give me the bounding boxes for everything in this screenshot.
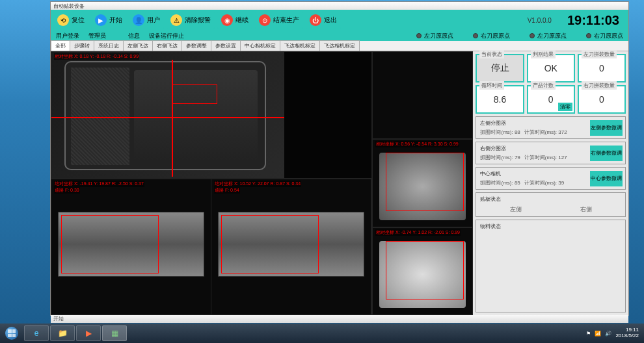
taskbar-explorer[interactable]: 📁 [50,325,75,341]
right-count-box: 右刀拼装数量0 [578,85,626,114]
current-status-box: 当前状态停止 [476,54,524,83]
play-icon: ▶ [95,14,107,26]
left-adjust-button[interactable]: 左侧参数微调 [590,120,623,136]
tab-syslog[interactable]: 系统日志 [94,40,124,51]
windows-logo-icon [5,327,18,340]
user-button[interactable]: 👤用户 [129,12,164,29]
start-button[interactable]: ▶开始 [91,12,126,29]
exit-icon: ⏻ [310,14,321,26]
knife-status-panel: 贴板状态 左侧右侧 [476,192,626,217]
mid-center-camera[interactable]: 相对坐标 X: 0.56 Y: -0.54 R: 3.30 S: 0.99 [372,139,474,227]
taskbar-app[interactable]: ▦ [102,325,127,341]
mid-camera-pane: 相对坐标 X: 0.56 Y: -0.54 R: 3.30 S: 0.99 相对… [372,51,474,315]
tab-center-cam[interactable]: 中心相机标定 [240,40,280,51]
clear-count-button[interactable]: 清零 [558,103,572,111]
tray-volume-icon: 🔊 [605,331,611,337]
top-coord-text: 相对坐标 X: 0.18 Y: -0.18 R: -0.14 S: 0.99 [54,53,139,60]
left-motor-origin: 左刀原原点 [530,32,567,40]
main-camera-view[interactable]: 相对坐标 X: 0.18 Y: -0.18 R: -0.14 S: 0.99 [51,51,372,179]
tab-left-feeder[interactable]: 左侧飞达 [123,40,153,51]
clock: 19:11:03 [567,13,619,28]
bottom-left-camera[interactable]: 绝对坐标 X: -19.41 Y: 19.87 R: -2.50 S: 0.37… [51,179,211,314]
main-window: 自动贴装设备 ⟲复位 ▶开始 👤用户 ⚠清除报警 ◉继续 ⊙结束生产 ⏻退出 V… [50,1,629,316]
system-tray[interactable]: ⚑ 📶 🔊 19:112018/5/22 [586,327,644,339]
product-count-box: 产品计数0清零 [527,85,575,114]
left-dispenser-panel: 左侧分图器 抓图时间(ms): 88计算时间(ms): 372 左侧参数微调 [476,116,626,139]
left-camera-pane: 相对坐标 X: 0.18 Y: -0.18 R: -0.14 S: 0.99 绝… [51,51,372,315]
status-dot-icon [586,33,591,38]
exit-button[interactable]: ⏻退出 [306,12,341,29]
bottom-right-camera[interactable]: 绝对坐标 X: 10.52 Y: 22.07 R: 0.87 S: 0.34 通… [211,179,371,314]
tab-feeder-cam[interactable]: 飞达相机标定 [280,40,320,51]
stop-icon: ⊙ [259,14,271,26]
status-pane: 当前状态停止 判别结果OK 左刀拼装数量0 循环时间8.6 产品计数0清零 右刀… [473,51,628,315]
right-drive-origin: 右刀原原点 [473,32,510,40]
manage-link[interactable]: 管理员 [88,32,106,40]
info-label: 信息 [128,32,140,40]
end-production-button[interactable]: ⊙结束生产 [255,12,303,29]
version-label: V1.0.0.0 [528,17,552,24]
tab-feeder-cam2[interactable]: 飞达相机标定 [319,40,360,51]
tray-clock[interactable]: 19:112018/5/22 [615,327,639,339]
window-status-bar: 开始 [51,315,628,323]
mid1-coord: 相对坐标 X: 0.56 Y: -0.54 R: 3.30 S: 0.99 [375,141,459,147]
cycle-time-box: 循环时间8.6 [476,85,524,114]
br-coord1: 绝对坐标 X: 10.52 Y: 22.07 R: 0.87 S: 0.34 [214,181,301,187]
mid-bottom-camera[interactable]: 相对坐标 X: -0.74 Y: 1.02 R: -2.01 S: 0.99 [372,227,474,315]
taskbar-media[interactable]: ▶ [76,325,101,341]
bl-coord1: 绝对坐标 X: -19.41 Y: 19.87 R: -2.50 S: 0.37 [54,181,144,187]
result-box: 判别结果OK [527,54,575,83]
main-toolbar: ⟲复位 ▶开始 👤用户 ⚠清除报警 ◉继续 ⊙结束生产 ⏻退出 V1.0.0.0… [51,10,628,31]
device-status-label: 设备运行停止 [149,32,184,40]
continue-icon: ◉ [221,14,233,26]
left-drive-origin: 左刀原原点 [416,32,453,40]
tray-network-icon: 📶 [595,331,601,337]
bl-coord2: 通路 F: 0.30 [54,187,80,194]
center-adjust-button[interactable]: 中心参数微调 [590,171,623,186]
alarm-icon: ⚠ [170,14,182,26]
tab-step[interactable]: 步骤转 [70,40,94,51]
continue-button[interactable]: ◉继续 [217,12,252,29]
mid2-coord: 相对坐标 X: -0.74 Y: 1.02 R: -2.01 S: 0.99 [375,229,461,236]
right-dispenser-panel: 右侧分图器 抓图时间(ms): 79计算时间(ms): 127 右侧参数微调 [476,142,626,164]
br-coord2: 通路 F: 0.54 [214,187,240,194]
center-camera-panel: 中心相机 抓图时间(ms): 85计算时间(ms): 39 中心参数微调 [476,167,626,190]
material-status-panel: 物料状态 [476,220,626,312]
status-dot-icon [416,33,422,38]
right-adjust-button[interactable]: 右侧参数微调 [590,146,623,161]
reset-icon: ⟲ [57,14,69,26]
user-icon: 👤 [133,14,144,26]
tray-flag-icon: ⚑ [586,331,591,337]
status-dot-icon [530,33,535,38]
clear-alarm-button[interactable]: ⚠清除报警 [167,12,215,29]
content-area: 相对坐标 X: 0.18 Y: -0.18 R: -0.14 S: 0.99 绝… [51,51,628,315]
tab-param-set[interactable]: 参数设置 [211,40,241,51]
tab-right-feeder[interactable]: 右侧飞达 [152,40,182,51]
sub-toolbar: 用户登录 管理员 信息 设备运行停止 左刀原原点 右刀原原点 左刀原原点 右刀原… [51,31,628,41]
right-motor-origin: 右刀原原点 [586,32,623,40]
window-title: 自动贴装设备 [51,2,628,10]
taskbar-ie[interactable]: e [24,325,49,341]
windows-taskbar: e 📁 ▶ ▦ ⚑ 📶 🔊 19:112018/5/22 [0,324,644,343]
reset-button[interactable]: ⟲复位 [53,12,88,29]
user-login-link[interactable]: 用户登录 [56,32,79,40]
mid-top-camera[interactable] [372,51,474,139]
left-count-box: 左刀拼装数量0 [578,54,626,83]
status-dot-icon [473,33,478,38]
tab-param-adjust[interactable]: 参数调整 [181,40,211,51]
tab-all[interactable]: 全部 [51,40,70,51]
start-button[interactable] [0,324,23,343]
